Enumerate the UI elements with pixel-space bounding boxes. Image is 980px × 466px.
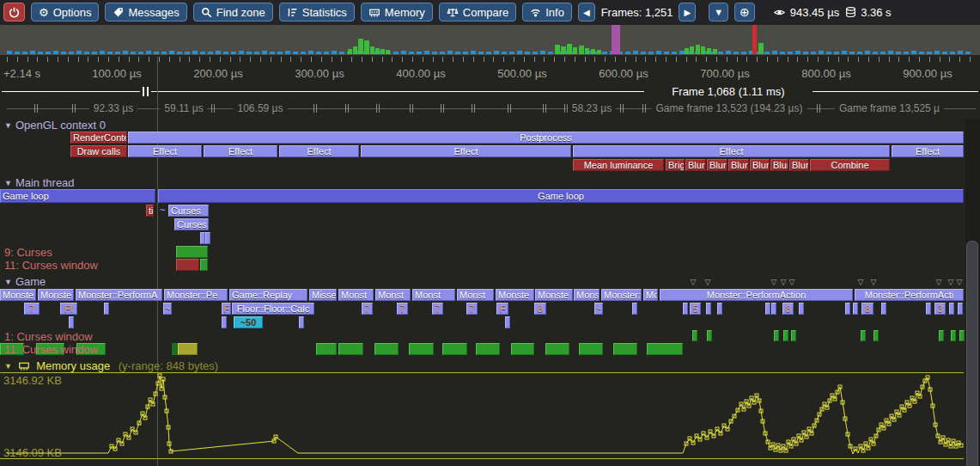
zone[interactable]: ~ [594,303,603,315]
zone-tick[interactable] [200,259,208,271]
zone[interactable]: Effect [573,145,890,157]
zone-tick[interactable] [783,330,788,341]
frame-overview-graph[interactable] [0,25,980,55]
info-button[interactable]: Info [522,3,572,21]
zone-tick[interactable] [717,303,722,315]
zone-tick[interactable] [316,343,337,355]
zone-tick[interactable] [959,330,965,341]
zone-tick[interactable] [881,303,886,315]
options-button[interactable]: ⚙ Options [31,3,99,21]
zone-tick[interactable] [172,343,178,355]
zone[interactable]: Monst [338,289,374,301]
zone[interactable]: Monster::PerformAction [660,289,853,301]
message-marker-icon[interactable]: ▽ [781,279,787,286]
zone[interactable]: 8 [534,303,546,315]
zone[interactable]: Monster::PerformActi [855,289,964,301]
zone-tick[interactable] [442,343,467,355]
zone[interactable]: Effect [204,145,277,157]
zone[interactable]: F [496,303,508,315]
zone-tick[interactable] [707,330,712,341]
zone[interactable]: Monste [38,289,74,301]
zone[interactable]: Monste [0,289,36,301]
zone-tick[interactable] [861,330,866,341]
zone[interactable]: 7 [24,303,40,315]
goto-frame-button[interactable]: ⊕ [734,3,755,21]
message-marker-icon[interactable]: ▽ [858,279,864,286]
zone[interactable]: Draw calls [70,145,127,157]
zone[interactable]: Combine [810,159,890,171]
zone[interactable]: Game::Replay [229,289,307,301]
zone[interactable]: Floor::Floor::Calc [232,303,314,315]
zone[interactable]: Blur [789,159,809,171]
zone-tick[interactable] [545,343,569,355]
zone[interactable]: 7 [397,303,408,315]
message-marker-icon[interactable]: ▽ [789,279,795,286]
message-marker-icon[interactable]: ▽ [948,279,954,286]
zone-tick[interactable] [338,343,363,355]
zone[interactable]: Monst [375,289,411,301]
zone-tick[interactable] [647,343,683,355]
zone[interactable]: Monster::PerformA [76,289,162,301]
prev-frame-button[interactable]: ◀ [578,3,595,21]
zone[interactable]: Effect [892,145,964,157]
zone-tick[interactable] [299,316,304,328]
zone[interactable]: 7 [432,303,443,315]
zone[interactable]: 7 [466,303,478,315]
shutdown-button[interactable] [3,3,25,21]
zone[interactable]: Mons [574,289,600,301]
zone[interactable]: Ff [60,303,77,315]
section-header[interactable]: ▼Game [4,275,46,288]
zone-tick[interactable] [205,232,210,244]
zone-tick[interactable] [845,303,850,315]
message-marker-icon[interactable]: ▽ [771,279,777,286]
zone-tick[interactable] [873,330,879,341]
zone[interactable]: RenderConte [70,132,127,144]
zone[interactable]: 8 [861,303,873,315]
message-marker-icon[interactable]: ▽ [957,279,963,286]
zone-tick[interactable] [958,303,963,315]
zone[interactable]: ~ [163,303,172,315]
zone[interactable]: Curses [174,218,209,230]
zone[interactable]: Mean luminance [573,159,664,171]
message-marker-icon[interactable]: ▽ [691,279,697,286]
zone[interactable]: ~ [160,205,167,217]
zone[interactable]: Mons [643,289,658,301]
zone-tick[interactable] [771,303,776,315]
zone-tick[interactable] [476,343,500,355]
zone[interactable]: 3 [934,303,946,315]
zone-tick[interactable] [951,330,956,341]
messages-button[interactable]: Messages [105,3,186,21]
zone-tick[interactable] [949,303,954,315]
zone[interactable]: 8 [782,303,794,315]
zone-tick[interactable] [692,330,697,341]
zone[interactable]: Curses [168,205,209,217]
zone[interactable]: Monster::Pe [601,289,642,301]
memory-button[interactable]: Memory [361,3,433,21]
zone[interactable]: Postprocess [128,132,964,144]
zone[interactable]: Blur [728,159,749,171]
zone-tick[interactable] [104,303,109,315]
zone[interactable]: Blur [770,159,788,171]
zone-tick[interactable] [706,303,711,315]
zone[interactable]: ~50 [234,316,263,328]
section-header[interactable]: ▼Main thread [4,176,75,189]
zone-tick[interactable] [69,316,74,328]
zone-tick[interactable] [176,246,208,258]
zone-tick[interactable] [505,316,510,328]
zone-tick[interactable] [853,303,858,315]
zone[interactable]: Brigh [666,159,685,171]
zone[interactable]: Game loop [158,189,964,203]
message-marker-icon[interactable]: ▽ [871,279,877,286]
zone-tick[interactable] [939,330,944,341]
zone-tick[interactable] [222,316,227,328]
scrollbar-thumb[interactable] [966,241,978,466]
zone[interactable]: Monster::Pe [164,289,228,301]
zone[interactable]: 7 [362,303,373,315]
compare-button[interactable]: Compare [439,3,516,21]
zone[interactable]: Monste [535,289,573,301]
message-marker-icon[interactable]: ▽ [936,279,942,286]
vertical-scrollbar[interactable] [965,119,980,466]
zone[interactable]: Effect [279,145,359,157]
zone-tick[interactable] [774,330,779,341]
memory-usage-chart[interactable] [0,365,980,466]
